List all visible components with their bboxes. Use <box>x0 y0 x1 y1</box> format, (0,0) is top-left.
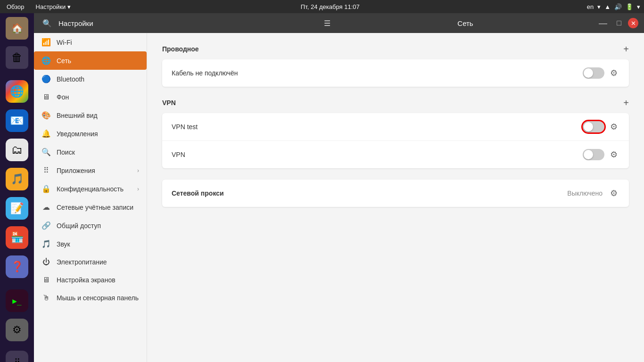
titlebar-center: Сеть <box>335 19 596 27</box>
network-sidebar-icon: 🌐 <box>41 56 51 65</box>
wired-card: Кабель не подключён ⚙ <box>162 59 629 87</box>
wifi-sidebar-icon: 📶 <box>41 38 51 47</box>
settings-window: 🔍 Настройки ☰ Сеть — □ ✕ 📶 Wi-Fi <box>34 13 644 362</box>
wired-cable-toggle-thumb <box>584 68 593 78</box>
close-button[interactable]: ✕ <box>628 18 638 28</box>
dock-rhythmbox-wrap: 🎵 <box>6 168 28 190</box>
sidebar-item-displays[interactable]: 🖥 Настройка экранов <box>34 271 147 289</box>
dock-thunderbird-wrap: 📧 <box>6 109 28 132</box>
dock-appstore-wrap: 🏪 <box>6 226 28 249</box>
online-accounts-sidebar-icon: ☁ <box>41 203 51 212</box>
dock-item-apps[interactable]: ⠿ <box>6 351 28 362</box>
dock: 🏠 mpolischuk 🗑 Корзина 🌐 📧 🗂 🎵 📝 🏪 ❓ <box>0 13 34 362</box>
sidebar-item-network[interactable]: 🌐 Сеть <box>34 51 147 70</box>
maximize-button[interactable]: □ <box>612 16 626 30</box>
sidebar-item-mouse[interactable]: 🖱 Мышь и сенсорная панель <box>34 289 147 307</box>
network-content-area: Проводное + Кабель не подключён ⚙ <box>147 33 644 362</box>
vpn-toggle-thumb <box>584 150 593 159</box>
dock-help-wrap: ❓ <box>6 255 28 278</box>
dock-item-trash[interactable]: 🗑 <box>6 46 28 69</box>
proxy-row: Сетевой прокси Выключено ⚙ <box>162 180 629 207</box>
settings-sidebar: 📶 Wi-Fi 🌐 Сеть 🔵 Bluetooth 🖥 Фон <box>34 33 147 362</box>
sidebar-item-search[interactable]: 🔍 Поиск <box>34 143 147 161</box>
dock-item-appstore[interactable]: 🏪 <box>6 226 28 249</box>
vpn-test-toggle[interactable] <box>583 121 604 132</box>
dock-item-files[interactable]: 🗂 <box>6 139 28 161</box>
vpn-label: VPN <box>172 151 583 158</box>
sidebar-mouse-label: Мышь и сенсорная панель <box>57 294 139 302</box>
sidebar-item-sound[interactable]: 🎵 Звук <box>34 235 147 253</box>
mouse-sidebar-icon: 🖱 <box>41 294 51 302</box>
sidebar-displays-label: Настройка экранов <box>57 276 116 284</box>
sidebar-item-power[interactable]: ⏻ Электропитание <box>34 253 147 271</box>
dock-item-writer[interactable]: 📝 <box>6 197 28 220</box>
sidebar-item-bluetooth[interactable]: 🔵 Bluetooth <box>34 70 147 88</box>
vpn-section-header: VPN + <box>162 98 629 107</box>
menu-icon: ☰ <box>324 19 330 28</box>
sidebar-power-label: Электропитание <box>57 258 107 266</box>
dock-item-chrome[interactable]: 🌐 <box>6 80 28 103</box>
proxy-label: Сетевой прокси <box>172 189 567 197</box>
vpn-test-label: VPN test <box>172 123 583 131</box>
notifications-sidebar-icon: 🔔 <box>41 129 51 138</box>
vpn-card: VPN test ⚙ VPN <box>162 113 629 168</box>
dock-item-terminal[interactable]: ▶_ <box>6 289 28 312</box>
topbar: Обзор Настройки ▾ Пт, 24 декабря 11:07 e… <box>0 0 644 13</box>
window-titlebar: 🔍 Настройки ☰ Сеть — □ ✕ <box>34 13 644 33</box>
dock-item-help[interactable]: ❓ <box>6 255 28 278</box>
sidebar-privacy-label: Конфиденциальность <box>57 185 124 193</box>
proxy-settings-button[interactable]: ⚙ <box>608 186 619 200</box>
dock-item-thunderbird[interactable]: 📧 <box>6 109 28 132</box>
titlebar-menu-btn[interactable]: ☰ <box>320 16 335 31</box>
topbar-right: en ▾ ▲ 🔊 🔋 ▾ <box>587 3 640 10</box>
titlebar-search-btn[interactable]: 🔍 <box>40 16 55 31</box>
proxy-value: Выключено <box>567 189 603 197</box>
lang-label: en <box>587 3 594 10</box>
topbar-center: Пт, 24 декабря 11:07 <box>301 3 360 10</box>
wired-cable-settings-button[interactable]: ⚙ <box>608 66 619 80</box>
wired-cable-toggle[interactable] <box>583 67 604 79</box>
sidebar-online-accounts-label: Сетевые учётные записи <box>57 204 133 211</box>
sidebar-sound-label: Звук <box>57 240 70 248</box>
wired-cable-label: Кабель не подключён <box>172 69 583 77</box>
dock-item-settings[interactable]: ⚙ <box>6 319 28 341</box>
battery-icon: 🔋 <box>626 3 633 10</box>
topbar-left: Обзор Настройки ▾ <box>4 2 74 11</box>
dock-apps-wrap: ⠿ <box>6 351 28 362</box>
wired-add-button[interactable]: + <box>623 44 629 54</box>
dock-files-wrap: 🗂 <box>6 139 28 161</box>
window-controls: — □ ✕ <box>596 16 638 30</box>
sidebar-item-sharing[interactable]: 🔗 Общий доступ <box>34 216 147 235</box>
sidebar-apps-label: Приложения <box>57 167 95 174</box>
vpn-settings-button[interactable]: ⚙ <box>608 148 619 162</box>
vpn-add-button[interactable]: + <box>623 98 629 107</box>
vpn-toggle[interactable] <box>583 149 604 160</box>
app-menu-button[interactable]: Настройки ▾ <box>33 2 74 11</box>
dock-terminal-wrap: ▶_ <box>6 289 28 312</box>
dock-item-rhythmbox[interactable]: 🎵 <box>6 168 28 190</box>
sidebar-notifications-label: Уведомления <box>57 130 98 138</box>
dock-user-icon-wrap: 🏠 mpolischuk <box>6 17 28 40</box>
vpn-toggle-wrap <box>583 149 604 160</box>
battery-arrow-icon: ▾ <box>637 3 640 10</box>
vpn-test-settings-button[interactable]: ⚙ <box>608 120 619 134</box>
wired-section-title: Проводное <box>162 45 199 53</box>
volume-icon: 🔊 <box>614 3 622 10</box>
sidebar-item-appearance[interactable]: 🎨 Внешний вид <box>34 106 147 124</box>
dock-trash-icon-wrap: 🗑 Корзина <box>6 46 28 69</box>
sidebar-item-privacy[interactable]: 🔒 Конфиденциальность › <box>34 180 147 198</box>
sidebar-item-background[interactable]: 🖥 Фон <box>34 88 147 106</box>
dock-settings-wrap: ⚙ <box>6 319 28 341</box>
overview-button[interactable]: Обзор <box>4 2 27 11</box>
sidebar-bluetooth-label: Bluetooth <box>57 75 84 83</box>
sidebar-item-online-accounts[interactable]: ☁ Сетевые учётные записи <box>34 198 147 216</box>
sidebar-wifi-label: Wi-Fi <box>57 39 72 46</box>
search-sidebar-icon: 🔍 <box>41 148 51 156</box>
sidebar-item-notifications[interactable]: 🔔 Уведомления <box>34 124 147 143</box>
sound-sidebar-icon: 🎵 <box>41 239 51 248</box>
sidebar-item-wifi[interactable]: 📶 Wi-Fi <box>34 33 147 51</box>
dock-item-user[interactable]: 🏠 <box>6 17 28 40</box>
minimize-button[interactable]: — <box>596 16 610 30</box>
sidebar-item-apps[interactable]: ⠿ Приложения › <box>34 161 147 180</box>
vpn-row: VPN ⚙ <box>162 141 629 168</box>
